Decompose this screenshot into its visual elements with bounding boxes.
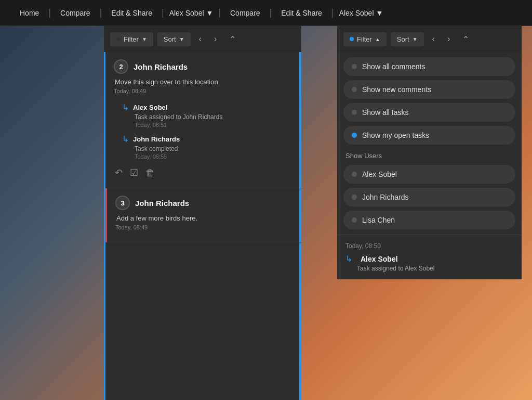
- new-comments-label: Show new comments: [362, 85, 431, 94]
- left-collapse-button[interactable]: ⌃: [225, 32, 240, 46]
- left-sort-label: Sort: [164, 35, 176, 43]
- filter-user-lisa[interactable]: Lisa Chen: [343, 211, 515, 229]
- filter-dropdown: Show all comments Show new comments Show…: [337, 52, 522, 235]
- comment-time-1: Today, 08:49: [114, 88, 293, 94]
- comment-header-2: 3 John Richards: [115, 196, 293, 210]
- bottom-task-text: Task assigned to Alex Sobel: [345, 265, 513, 272]
- all-tasks-label: Show all tasks: [362, 108, 408, 117]
- nav-home[interactable]: Home: [10, 9, 48, 17]
- nav-edit-share-2[interactable]: Edit & Share: [272, 9, 331, 17]
- filter-option-all-tasks[interactable]: Show all tasks: [343, 103, 515, 122]
- show-users-label: Show Users: [343, 149, 515, 161]
- main-content: Filter ▼ Sort ▼ ‹ › ⌃ 2 John Richards Mo…: [0, 26, 532, 400]
- john-dot: [352, 195, 357, 200]
- comment-header-1: 2 John Richards: [114, 59, 293, 74]
- alex-dot: [352, 172, 357, 177]
- sort-arrow-icon: ▼: [179, 36, 184, 42]
- all-comments-label: Show all comments: [362, 62, 425, 71]
- right-prev-button[interactable]: ‹: [428, 32, 439, 46]
- comment-number-1: 2: [114, 59, 128, 74]
- john-label: John Richards: [362, 193, 409, 201]
- complete-button[interactable]: ☑: [130, 167, 138, 178]
- all-tasks-dot: [352, 110, 357, 115]
- nav-bar: Home | Compare | Edit & Share | Alex Sob…: [0, 0, 532, 26]
- task-arrow-icon-1-2: ↳: [122, 134, 129, 144]
- lisa-label: Lisa Chen: [362, 216, 395, 224]
- task-header-1-2: ↳ John Richards: [122, 134, 293, 144]
- nav-compare-1[interactable]: Compare: [51, 9, 100, 17]
- nav-user-1[interactable]: Alex Sobel ▼: [164, 9, 219, 17]
- alex-label: Alex Sobel: [362, 170, 397, 178]
- right-filter-arrow-icon: ▲: [375, 36, 380, 42]
- right-sort-label: Sort: [397, 35, 409, 43]
- action-row-1: ↶ ☑ 🗑: [114, 162, 293, 180]
- task-time-1-2: Today, 08:55: [122, 153, 293, 160]
- comment-text-1: Move this sign over to this location.: [114, 78, 293, 86]
- filter-option-new-comments[interactable]: Show new comments: [343, 80, 515, 99]
- task-header-1-1: ↳ Alex Sobel: [122, 102, 293, 112]
- bottom-time: Today, 08:50: [345, 242, 513, 250]
- task-text-1-1: Task assigned to John Richards: [122, 113, 293, 121]
- task-item-1-1: ↳ Alex Sobel Task assigned to John Richa…: [114, 98, 293, 130]
- new-comments-dot: [352, 87, 357, 92]
- delete-button[interactable]: 🗑: [145, 167, 155, 178]
- filter-option-all-comments[interactable]: Show all comments: [343, 57, 515, 76]
- comment-number-2: 3: [115, 196, 130, 210]
- left-panel: Filter ▼ Sort ▼ ‹ › ⌃ 2 John Richards Mo…: [104, 26, 301, 400]
- right-sort-arrow-icon: ▼: [413, 36, 418, 42]
- comment-author-1: John Richards: [134, 62, 188, 71]
- right-bottom: Today, 08:50 ↳ Alex Sobel Task assigned …: [337, 235, 522, 279]
- undo-button[interactable]: ↶: [115, 167, 123, 178]
- comment-item-1: 2 John Richards Move this sign over to t…: [105, 52, 301, 188]
- task-time-1-1: Today, 08:51: [122, 122, 293, 128]
- left-filter-button[interactable]: Filter ▼: [110, 32, 153, 46]
- left-sort-button[interactable]: Sort ▼: [157, 32, 191, 46]
- nav-edit-share-1[interactable]: Edit & Share: [102, 9, 162, 17]
- right-filter-label: Filter: [357, 35, 372, 43]
- right-filter-button[interactable]: Filter ▲: [343, 32, 387, 46]
- right-sort-button[interactable]: Sort ▼: [391, 32, 424, 46]
- right-panel: Filter ▲ Sort ▼ ‹ › ⌃ Show all comments …: [337, 26, 522, 279]
- filter-option-my-open-tasks[interactable]: Show my open tasks: [343, 126, 515, 145]
- left-next-button[interactable]: ›: [210, 32, 221, 46]
- task-text-1-2: Task completed: [122, 145, 293, 152]
- task-author-1-1: Alex Sobel: [133, 104, 167, 111]
- lisa-dot: [352, 217, 357, 223]
- left-filter-label: Filter: [124, 35, 139, 43]
- bottom-task-arrow-icon: ↳: [345, 254, 352, 264]
- right-filter-dot: [350, 37, 354, 41]
- right-collapse-button[interactable]: ⌃: [458, 32, 473, 46]
- filter-dot: [116, 37, 121, 41]
- my-tasks-label: Show my open tasks: [362, 131, 429, 139]
- filter-arrow-icon: ▼: [142, 36, 147, 42]
- right-next-button[interactable]: ›: [443, 32, 454, 46]
- task-author-1-2: John Richards: [133, 135, 180, 143]
- filter-user-alex[interactable]: Alex Sobel: [343, 165, 515, 184]
- nav-user-2[interactable]: Alex Sobel ▼: [334, 9, 389, 17]
- bottom-task-item: ↳ Alex Sobel: [345, 254, 513, 264]
- task-arrow-icon-1-1: ↳: [122, 102, 129, 112]
- my-tasks-dot: [352, 133, 357, 138]
- task-item-1-2: ↳ John Richards Task completed Today, 08…: [114, 130, 293, 162]
- bottom-task-author: Alex Sobel: [361, 255, 398, 263]
- left-toolbar: Filter ▼ Sort ▼ ‹ › ⌃: [104, 26, 301, 52]
- filter-user-john[interactable]: John Richards: [343, 188, 515, 207]
- nav-compare-2[interactable]: Compare: [221, 9, 270, 17]
- comment-item-2: 3 John Richards Add a few more birds her…: [105, 188, 301, 242]
- comments-panel: 2 John Richards Move this sign over to t…: [104, 52, 301, 400]
- all-comments-dot: [352, 64, 357, 69]
- comment-time-2: Today, 08:49: [115, 224, 293, 230]
- comment-author-2: John Richards: [135, 199, 189, 208]
- comment-text-2: Add a few more birds here.: [115, 214, 293, 222]
- left-prev-button[interactable]: ‹: [195, 32, 206, 46]
- right-toolbar: Filter ▲ Sort ▼ ‹ › ⌃: [337, 26, 522, 52]
